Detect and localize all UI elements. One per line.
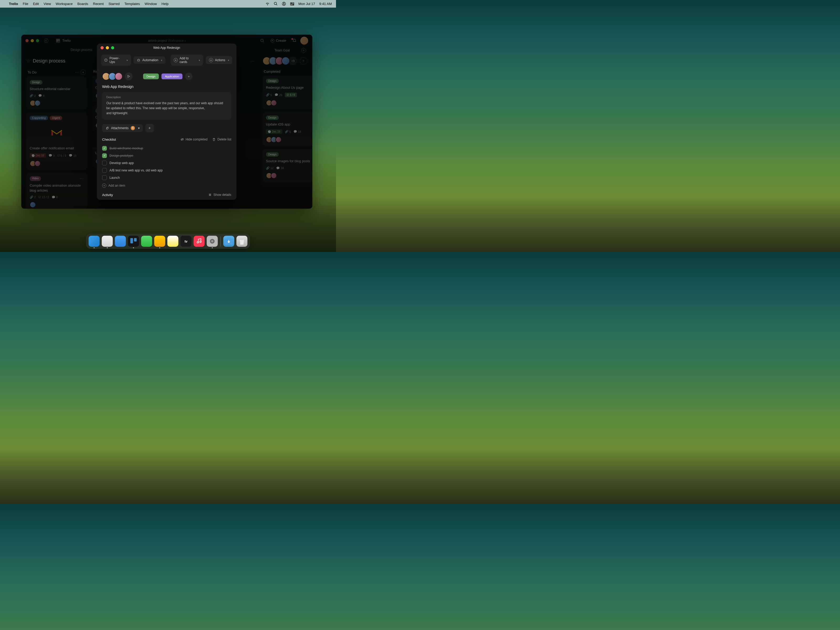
attachments-count: 8 xyxy=(131,126,135,130)
dock-notes[interactable] xyxy=(167,236,178,247)
chevron-down-icon: ▾ xyxy=(138,126,140,130)
svg-rect-21 xyxy=(128,236,139,247)
trash-icon xyxy=(212,137,216,141)
svg-point-19 xyxy=(128,75,129,77)
dock-settings[interactable] xyxy=(207,236,218,247)
svg-point-0 xyxy=(274,2,276,5)
dock-trash[interactable] xyxy=(237,236,248,247)
dock-mail[interactable] xyxy=(115,236,126,247)
dock-downloads[interactable] xyxy=(223,236,234,247)
attachment-icon xyxy=(105,126,109,130)
menubar-app-name[interactable]: Trello xyxy=(9,2,18,6)
checklist-item[interactable]: ✓Design prototype xyxy=(102,152,231,159)
description-text: Our brand & product have evolved over th… xyxy=(106,101,227,116)
svg-rect-23 xyxy=(134,238,137,242)
modal-title: Web App Redesign xyxy=(153,46,180,50)
dock-facetime[interactable] xyxy=(141,236,152,247)
attachments-button[interactable]: Attachments 8 ▾ xyxy=(102,124,143,132)
add-member-button[interactable] xyxy=(125,73,133,81)
add-checklist-item[interactable]: + Add an item xyxy=(102,183,231,188)
svg-point-7 xyxy=(293,4,294,5)
add-attachment-button[interactable]: + xyxy=(145,124,154,132)
menu-window[interactable]: Window xyxy=(145,2,157,6)
spotlight-icon[interactable] xyxy=(274,2,278,6)
members-row: Design Application + xyxy=(102,73,231,81)
checkbox-checked[interactable]: ✓ xyxy=(102,153,107,158)
actions-button[interactable]: + Actions▾ xyxy=(206,56,232,64)
modal-zoom[interactable] xyxy=(111,46,114,49)
menu-help[interactable]: Help xyxy=(161,2,169,6)
svg-point-16 xyxy=(138,60,139,60)
menu-boards[interactable]: Boards xyxy=(77,2,88,6)
checkbox-checked[interactable]: ✓ xyxy=(102,146,107,151)
powerups-icon xyxy=(104,58,107,62)
menubar-time[interactable]: 9:41 AM xyxy=(319,2,332,6)
checkbox-unchecked[interactable] xyxy=(102,161,107,165)
macos-menubar: Trello File Edit View Workspace Boards R… xyxy=(0,0,336,8)
description-label: Description xyxy=(106,96,227,99)
chevron-down-icon: ▾ xyxy=(199,59,200,62)
menu-workspace[interactable]: Workspace xyxy=(56,2,73,6)
chevron-down-icon: ▾ xyxy=(126,59,128,62)
add-tag-button[interactable]: + xyxy=(185,73,193,80)
user-icon[interactable] xyxy=(282,2,286,6)
checklist-item[interactable]: ✓Build wireframe mockup xyxy=(102,145,231,152)
macos-dock: tv xyxy=(86,234,250,249)
checkbox-unchecked[interactable] xyxy=(102,168,107,173)
control-center-icon[interactable] xyxy=(290,2,294,6)
eye-off-icon xyxy=(180,137,184,141)
svg-point-29 xyxy=(211,240,213,242)
list-icon xyxy=(208,193,212,197)
svg-point-3 xyxy=(283,3,284,4)
modal-close[interactable] xyxy=(101,46,104,49)
card-heading: Web App Redesign xyxy=(102,85,231,89)
svg-line-1 xyxy=(276,5,277,6)
svg-rect-22 xyxy=(131,238,133,243)
hide-completed-button[interactable]: Hide completed xyxy=(180,137,207,141)
menubar-date[interactable]: Mon Jul 17 xyxy=(298,2,315,6)
checkbox-unchecked[interactable] xyxy=(102,175,107,180)
tag-design[interactable]: Design xyxy=(143,74,159,79)
wifi-icon[interactable] xyxy=(265,2,270,6)
dock-appletv[interactable]: tv xyxy=(181,236,192,247)
modal-minimize[interactable] xyxy=(106,46,109,49)
menu-view[interactable]: View xyxy=(44,2,51,6)
activity-heading: Activity xyxy=(102,193,113,197)
menu-templates[interactable]: Templates xyxy=(125,2,140,6)
automation-button[interactable]: Automation▾ xyxy=(134,57,165,64)
delete-list-button[interactable]: Delete list xyxy=(212,137,231,141)
dock-trello[interactable] xyxy=(128,236,139,247)
chevron-down-icon: ▾ xyxy=(228,59,229,62)
dock-music[interactable] xyxy=(194,236,205,247)
svg-rect-15 xyxy=(137,59,140,61)
svg-point-5 xyxy=(291,3,291,3)
chevron-down-icon: ▾ xyxy=(161,59,162,62)
show-details-button[interactable]: Show details xyxy=(208,193,231,197)
description-box[interactable]: Description Our brand & product have evo… xyxy=(102,92,231,120)
checklist-heading: Checklist xyxy=(102,137,116,142)
plus-circle-icon: + xyxy=(209,58,213,62)
checklist-item[interactable]: Develop web app xyxy=(102,159,231,167)
powerups-button[interactable]: Power-Ups▾ xyxy=(101,55,131,66)
automation-icon xyxy=(137,58,141,62)
checklist-item[interactable]: Launch xyxy=(102,174,231,182)
dock-sketch[interactable] xyxy=(154,236,165,247)
menu-starred[interactable]: Starred xyxy=(108,2,120,6)
menu-recent[interactable]: Recent xyxy=(93,2,104,6)
member-avatar[interactable] xyxy=(115,73,123,81)
plus-circle-icon: + xyxy=(102,183,106,188)
add-to-cards-button[interactable]: + Add to cards▾ xyxy=(171,55,203,66)
dock-finder[interactable] xyxy=(89,236,100,247)
svg-text:tv: tv xyxy=(185,240,188,243)
menu-file[interactable]: File xyxy=(23,2,28,6)
svg-point-17 xyxy=(139,60,139,60)
menu-edit[interactable]: Edit xyxy=(33,2,39,6)
tag-application[interactable]: Application xyxy=(161,74,182,79)
checklist-item[interactable]: A/B test new web app vs. old web app xyxy=(102,167,231,174)
svg-point-31 xyxy=(240,239,244,240)
dock-safari[interactable] xyxy=(102,236,113,247)
svg-rect-26 xyxy=(194,236,205,247)
plus-circle-icon: + xyxy=(174,58,178,62)
card-detail-modal: Web App Redesign Power-Ups▾ Automation▾ … xyxy=(97,44,237,200)
